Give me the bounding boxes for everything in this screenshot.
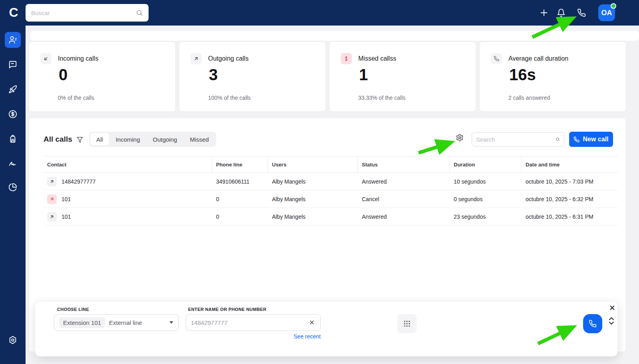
global-search[interactable]	[26, 4, 149, 22]
missed-arrows-icon	[341, 53, 352, 64]
sidebar-item-contacts[interactable]	[5, 32, 21, 48]
sidebar-item-messages[interactable]	[5, 57, 21, 73]
cell-phone-line: 0	[212, 208, 268, 225]
new-call-button[interactable]: New call	[569, 132, 613, 147]
filter-button[interactable]	[76, 136, 83, 145]
line-chip: Extension 101	[59, 317, 105, 328]
add-button[interactable]	[538, 6, 550, 19]
plus-icon	[540, 8, 548, 17]
start-call-button[interactable]	[583, 314, 602, 333]
calls-filter-tabs: All Incoming Outgoing Missed	[89, 132, 216, 147]
col-status: Status	[358, 156, 450, 172]
cell-user: Alby Mangels	[268, 208, 358, 225]
stat-title: Incoming calls	[58, 55, 98, 62]
avatar-initials: OA	[601, 9, 612, 17]
close-dialer-button[interactable]: ✕	[607, 303, 617, 313]
calls-search[interactable]	[472, 132, 564, 146]
tab-outgoing[interactable]: Outgoing	[147, 133, 183, 146]
cell-user: Alby Mangels	[268, 173, 358, 190]
line-value: External line	[109, 319, 165, 326]
line-select[interactable]: Extension 101 External line	[54, 314, 179, 331]
rocket-icon	[8, 85, 17, 94]
stat-card-duration: Average call duration 16s 2 calls answer…	[479, 42, 626, 112]
calls-search-input[interactable]	[476, 136, 556, 143]
chat-icon	[8, 60, 17, 69]
cell-datetime: octubre 10, 2025 - 7:03 PM	[522, 173, 618, 190]
phone-icon	[577, 8, 586, 17]
section-title: All calls	[44, 135, 72, 144]
sidebar-item-analytics[interactable]	[5, 179, 21, 195]
sidebar-item-billing[interactable]	[5, 106, 21, 122]
contacts-icon	[8, 36, 17, 44]
chevron-down-icon	[609, 321, 614, 325]
stat-title: Outgoing calls	[208, 55, 248, 62]
collapse-toggle[interactable]	[609, 317, 614, 325]
stat-value: 16s	[509, 66, 536, 84]
cell-duration: 23 segundos	[450, 208, 522, 225]
stat-card-outgoing: Outgoing calls 3 100% of the calls	[179, 42, 326, 112]
number-input[interactable]	[191, 319, 308, 326]
cell-datetime: octubre 10, 2025 - 6:31 PM	[522, 208, 618, 225]
topbar: C OA	[0, 0, 639, 26]
number-field[interactable]: ✕	[186, 314, 321, 331]
number-label: ENTER NAME OR PHONE NUMBER	[188, 307, 266, 312]
cell-duration: 0 segundos	[450, 190, 522, 208]
sidebar	[0, 26, 26, 364]
table-settings-button[interactable]	[456, 134, 464, 143]
stat-value: 0	[59, 66, 67, 84]
sidebar-item-signature[interactable]	[5, 155, 21, 171]
app-logo[interactable]: C	[7, 6, 20, 19]
cell-status: Cancel	[358, 190, 450, 208]
dialpad-button[interactable]	[397, 314, 417, 333]
dialer-panel: CHOOSE LINE Extension 101 External line …	[35, 302, 617, 356]
col-users: Users	[268, 156, 358, 172]
outgoing-arrow-icon	[47, 212, 57, 222]
stat-value: 3	[209, 66, 218, 84]
outgoing-cancelled-arrow-icon	[47, 194, 57, 204]
clear-icon[interactable]: ✕	[308, 318, 316, 327]
phone-chip-icon	[491, 53, 502, 64]
notifications-button[interactable]	[555, 6, 568, 19]
cell-contact: 101	[62, 196, 71, 202]
global-search-input[interactable]	[31, 10, 136, 16]
chevron-up-icon	[609, 317, 614, 320]
table-row[interactable]: 14842977777 34910606111 Alby Mangels Ans…	[43, 173, 618, 190]
see-recent-link[interactable]: See recent	[186, 333, 321, 340]
col-datetime: Date and time	[522, 156, 618, 172]
cell-phone-line: 0	[212, 190, 268, 208]
tab-missed[interactable]: Missed	[184, 133, 215, 146]
new-call-label: New call	[583, 136, 608, 143]
dialer-toggle-button[interactable]	[575, 6, 588, 19]
cell-user: Alby Mangels	[268, 190, 358, 208]
user-avatar[interactable]: OA	[598, 4, 615, 21]
cell-phone-line: 34910606111	[212, 173, 268, 190]
outgoing-arrow-icon	[47, 177, 57, 186]
outgoing-arrow-icon	[191, 53, 202, 64]
sidebar-item-settings[interactable]	[5, 332, 21, 348]
cell-status: Answered	[358, 173, 450, 190]
table-row[interactable]: 101 0 Alby Mangels Cancel 0 segundos oct…	[43, 190, 618, 208]
col-phone-line: Phone line	[212, 156, 268, 172]
table-row[interactable]: 101 0 Alby Mangels Answered 23 segundos …	[43, 208, 618, 226]
sidebar-item-resources[interactable]	[5, 131, 21, 147]
top-banner-strip	[30, 31, 639, 41]
cell-contact: 101	[62, 214, 71, 220]
stat-subtitle: 100% of the calls	[208, 95, 251, 101]
search-icon	[136, 9, 143, 16]
tab-all[interactable]: All	[90, 133, 109, 146]
tab-incoming[interactable]: Incoming	[110, 133, 146, 146]
backpack-icon	[8, 135, 17, 143]
stat-title: Average call duration	[508, 55, 568, 62]
calls-table: Contact Phone line Users Status Duration…	[43, 156, 618, 226]
incoming-arrow-icon	[40, 53, 52, 64]
gear-icon	[456, 134, 464, 142]
cell-datetime: octubre 10, 2025 - 6:32 PM	[522, 190, 618, 208]
choose-line-label: CHOOSE LINE	[57, 307, 89, 312]
stat-card-incoming: Incoming calls 0 0% of the calls	[29, 42, 176, 112]
chevron-down-icon	[169, 321, 173, 324]
stat-subtitle: 0% of the calls	[58, 95, 94, 101]
col-duration: Duration	[450, 156, 522, 172]
sidebar-item-campaigns[interactable]	[5, 81, 21, 97]
cell-duration: 10 segundos	[450, 173, 522, 190]
col-contact: Contact	[43, 156, 212, 172]
